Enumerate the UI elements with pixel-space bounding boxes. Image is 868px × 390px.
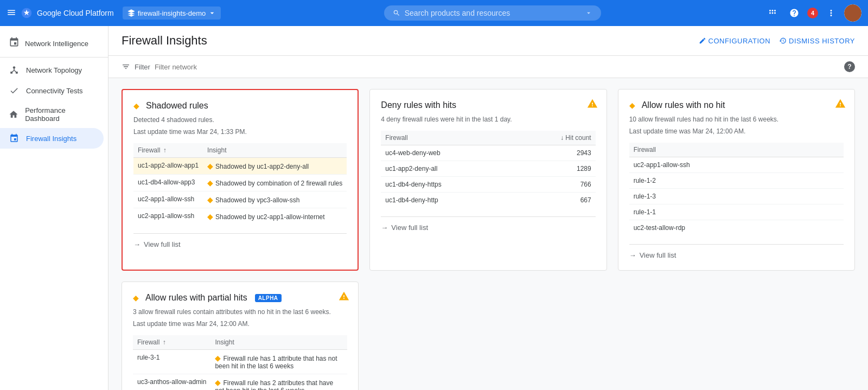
arrow-icon: → bbox=[629, 251, 636, 259]
alpha-badge: ALPHA bbox=[255, 294, 282, 302]
table-row: uc2-app1-allow-ssh ◆Shadowed by uc2-app1… bbox=[133, 208, 347, 225]
topbar-right-actions: 4 bbox=[764, 4, 861, 22]
allow-icon: ◆ bbox=[629, 101, 635, 110]
firewall-cell: uc2-test-allow-rdp bbox=[629, 220, 844, 236]
main-header: Firewall Insights CONFIGURATION DISMISS … bbox=[108, 26, 868, 56]
shadowed-rules-title: Shadowed rules bbox=[146, 101, 208, 111]
dismiss-history-button[interactable]: DISMISS HISTORY bbox=[779, 37, 855, 45]
firewall-cell: rule-1-1 bbox=[629, 204, 844, 220]
sidebar-item-label: Connectivity Tests bbox=[26, 87, 83, 95]
help-icon[interactable]: ? bbox=[844, 61, 855, 72]
sidebar-item-network-topology[interactable]: Network Topology bbox=[0, 60, 104, 80]
table-row: uc4-web-deny-web 2943 bbox=[381, 145, 595, 161]
topbar-help-icon[interactable] bbox=[786, 4, 803, 22]
shadowed-subtitle-2: Last update time was Mar 24, 1:33 PM. bbox=[133, 127, 347, 137]
sort-icon[interactable]: ↑ bbox=[163, 146, 167, 154]
hit-count-cell: 766 bbox=[514, 177, 596, 193]
hit-count-cell: 667 bbox=[514, 193, 596, 208]
shadowed-rules-table: Firewall ↑ Insight uc1-app2-allow-app1 ◆… bbox=[133, 143, 347, 225]
card-title-row: Deny rules with hits bbox=[381, 100, 595, 110]
table-row: uc2-app1-allow-ssh bbox=[629, 157, 844, 173]
deny-warning-icon bbox=[587, 98, 598, 112]
filter-bar: Filter ? bbox=[108, 56, 868, 78]
firewall-cell: uc2-app1-allow-ssh bbox=[133, 191, 203, 208]
shadowed-view-full-list[interactable]: → View full list bbox=[133, 233, 347, 248]
search-input[interactable] bbox=[405, 9, 580, 17]
table-row: uc2-app1-allow-ssh ◆Shadowed by vpc3-all… bbox=[133, 191, 347, 208]
topbar-more-icon[interactable] bbox=[822, 4, 840, 22]
sidebar: Network Intelligence Network Topology Co… bbox=[0, 26, 108, 390]
firewall-cell: uc1-app2-deny-all bbox=[381, 161, 514, 177]
allow-no-hit-table: Firewall uc2-app1-allow-sshrule-1-2rule-… bbox=[629, 143, 844, 235]
table-row: uc2-test-allow-rdp bbox=[629, 220, 844, 236]
configuration-button[interactable]: CONFIGURATION bbox=[699, 37, 771, 45]
table-row: uc1-app2-deny-all 1289 bbox=[381, 161, 595, 177]
col-firewall: Firewall bbox=[629, 143, 844, 157]
network-topology-icon bbox=[9, 65, 20, 75]
sidebar-item-firewall-insights[interactable]: Firewall Insights bbox=[0, 128, 104, 149]
shadowed-subtitle-1: Detected 4 shadowed rules. bbox=[133, 115, 347, 125]
table-row: rule-3-1 ◆Firewall rule has 1 attribute … bbox=[133, 350, 347, 374]
table-row: uc1-db4-deny-https 766 bbox=[381, 177, 595, 193]
app-logo: Google Cloud Platform bbox=[21, 7, 114, 19]
insight-cell: ◆Firewall rule has 1 attribute that has … bbox=[210, 350, 347, 374]
shadowed-rules-card: ◆ Shadowed rules Detected 4 shadowed rul… bbox=[122, 89, 359, 271]
allow-no-hit-title: Allow rules with no hit bbox=[642, 100, 725, 110]
allow-partial-table: Firewall ↑ Insight rule-3-1 ◆Firewall ru… bbox=[133, 335, 347, 390]
table-row: rule-1-2 bbox=[629, 173, 844, 189]
deny-rules-title: Deny rules with hits bbox=[381, 100, 456, 110]
firewall-cell: rule-1-2 bbox=[629, 173, 844, 189]
main-layout: Network Intelligence Network Topology Co… bbox=[0, 26, 868, 390]
firewall-cell: uc1-db4-deny-http bbox=[381, 193, 514, 208]
table-row: uc1-app2-allow-app1 ◆Shadowed by uc1-app… bbox=[133, 158, 347, 175]
sidebar-header-title: Network Intelligence bbox=[25, 40, 88, 48]
firewall-cell: rule-1-3 bbox=[629, 189, 844, 204]
deny-rules-table: Firewall ↓ Hit count uc4-web-deny-web 29… bbox=[381, 131, 595, 208]
sidebar-item-connectivity-tests[interactable]: Connectivity Tests bbox=[0, 80, 104, 101]
table-row: uc1-db4-allow-app3 ◆Shadowed by combinat… bbox=[133, 175, 347, 191]
table-row: rule-1-1 bbox=[629, 204, 844, 220]
user-avatar[interactable] bbox=[844, 4, 861, 22]
firewall-cell: uc3-anthos-allow-admin bbox=[133, 374, 210, 391]
project-selector[interactable]: firewall-insights-demo bbox=[123, 7, 221, 20]
page-title: Firewall Insights bbox=[122, 34, 207, 48]
col-firewall: Firewall ↑ bbox=[133, 335, 210, 350]
notifications-badge[interactable]: 4 bbox=[807, 8, 818, 18]
allow-partial-subtitle-1: 3 allow firewall rules contain attribute… bbox=[133, 307, 347, 317]
card-title-row: ◆ Shadowed rules bbox=[133, 101, 347, 111]
arrow-icon: → bbox=[133, 240, 141, 248]
col-firewall: Firewall ↑ bbox=[133, 143, 203, 158]
allow-partial-title: Allow rules with partial hits bbox=[145, 293, 247, 303]
filter-icon bbox=[122, 62, 130, 71]
hit-count-cell: 2943 bbox=[514, 145, 596, 161]
firewall-cell: uc1-db4-deny-https bbox=[381, 177, 514, 193]
insight-cell: ◆Firewall rule has 2 attributes that hav… bbox=[210, 374, 347, 391]
allow-no-hit-view-full-list[interactable]: → View full list bbox=[629, 244, 844, 259]
allow-partial-subtitle-2: Last update time was Mar 24, 12:00 AM. bbox=[133, 319, 347, 329]
connectivity-tests-icon bbox=[9, 86, 20, 95]
filter-label: Filter bbox=[135, 63, 150, 71]
topbar: Google Cloud Platform firewall-insights-… bbox=[0, 0, 868, 26]
deny-subtitle: 4 deny firewall rules were hit in the la… bbox=[381, 114, 595, 124]
sort-icon[interactable]: ↑ bbox=[163, 338, 166, 346]
sidebar-item-performance-dashboard[interactable]: Performance Dashboard bbox=[0, 101, 104, 128]
firewall-cell: uc2-app1-allow-ssh bbox=[133, 208, 203, 225]
performance-dashboard-icon bbox=[9, 110, 18, 119]
search-bar[interactable] bbox=[384, 5, 601, 21]
table-row: uc3-anthos-allow-admin ◆Firewall rule ha… bbox=[133, 374, 347, 391]
deny-view-full-list[interactable]: → View full list bbox=[381, 216, 595, 232]
col-insight: Insight bbox=[210, 335, 347, 350]
firewall-cell: uc4-web-deny-web bbox=[381, 145, 514, 161]
filter-input[interactable] bbox=[155, 63, 246, 71]
allow-no-hit-subtitle-1: 10 allow firewall rules had no hit in th… bbox=[629, 114, 844, 124]
allow-partial-warning-icon bbox=[339, 291, 349, 304]
firewall-cell: uc2-app1-allow-ssh bbox=[629, 157, 844, 173]
topbar-apps-icon[interactable] bbox=[764, 4, 781, 22]
menu-icon[interactable] bbox=[7, 8, 16, 19]
main-content: Firewall Insights CONFIGURATION DISMISS … bbox=[108, 26, 868, 390]
allow-no-hit-warning-icon bbox=[835, 98, 846, 112]
firewall-insights-icon bbox=[9, 133, 20, 143]
shadowed-icon: ◆ bbox=[133, 101, 139, 110]
network-intelligence-icon bbox=[9, 37, 20, 50]
firewall-cell: rule-3-1 bbox=[133, 350, 210, 374]
